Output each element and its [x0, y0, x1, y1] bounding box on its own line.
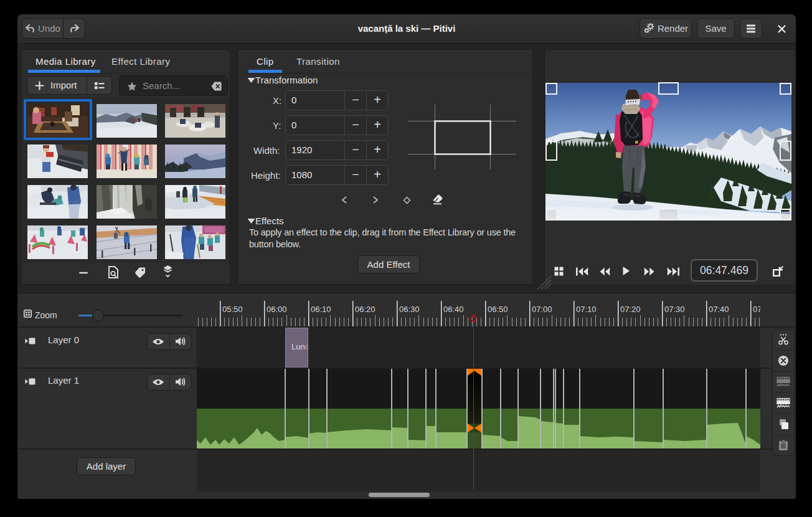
svg-text:07:40: 07:40	[709, 305, 729, 314]
svg-text:07:20: 07:20	[620, 305, 641, 314]
svg-text:07:00: 07:00	[532, 305, 552, 314]
svg-text:07:10: 07:10	[576, 305, 597, 314]
svg-text:06:30: 06:30	[399, 305, 420, 314]
svg-text:07: 07	[753, 305, 760, 314]
svg-text:06:20: 06:20	[355, 305, 375, 314]
svg-text:06:00: 06:00	[267, 305, 287, 314]
svg-text:06:10: 06:10	[311, 305, 331, 314]
svg-text:07:30: 07:30	[664, 305, 685, 314]
svg-text:06:50: 06:50	[488, 305, 508, 314]
svg-text:06:40: 06:40	[443, 305, 464, 314]
svg-text:05:50: 05:50	[222, 305, 243, 314]
